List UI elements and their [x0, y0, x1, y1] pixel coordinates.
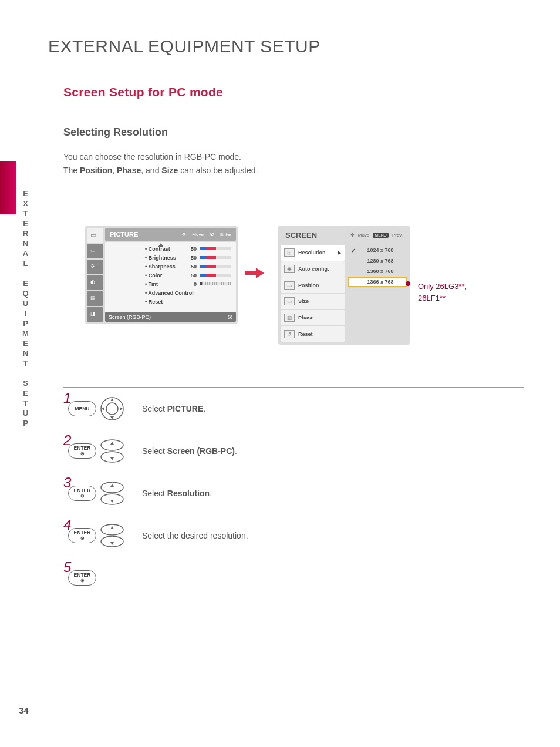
item-label: Auto config. [298, 266, 329, 272]
remote-enter-button: ENTER ⊙ [68, 528, 96, 543]
level-bar [200, 256, 231, 259]
screen-item-size: ▭ Size [281, 294, 345, 309]
svg-point-7 [101, 536, 123, 547]
osd-screen-hints: ✥ Move MENU Prev. [350, 233, 403, 238]
sidebar-icon-tv: ▭ [87, 244, 103, 258]
remote-enter-button: ENTER ⊙ [68, 570, 96, 586]
osd-picture-title: PICTURE [110, 231, 138, 238]
row-label: • Contrast [145, 246, 184, 252]
annotation-line: Only 26LG3**, [418, 281, 467, 292]
text: , [112, 166, 117, 175]
step-text: Select Screen (RGB-PC). [142, 446, 237, 456]
hint-enter-label: Enter [220, 232, 231, 237]
sidebar-icon-time: ◐ [87, 275, 103, 290]
check-icon: ✓ [351, 247, 356, 254]
arrow-right-icon [245, 266, 264, 280]
picture-row-contrast: • Contrast 50 [110, 244, 231, 253]
item-label: Resolution [298, 250, 326, 255]
row-value: 50 [187, 255, 197, 261]
step-4: 4 ENTER ⊙ Select the desired resolution. [63, 523, 510, 549]
text: . [210, 489, 212, 498]
svg-point-4 [101, 482, 123, 493]
remote-enter-button: ENTER ⊙ [68, 486, 96, 501]
enter-dot-icon: ⊙ [80, 452, 85, 456]
text: . [203, 404, 205, 413]
resolution-option: ✓ 1024 x 768 [348, 245, 407, 255]
picture-row-reset: • Reset [110, 297, 231, 306]
footer-label: Screen (RGB-PC) [109, 314, 151, 320]
row-label: • Brightness [145, 255, 184, 261]
level-bar [200, 247, 231, 250]
osd-picture-body: • Contrast 50 • Brightness 50 • Sharpnes… [105, 242, 236, 322]
svg-point-5 [101, 494, 123, 504]
row-label: • Advanced Control [145, 290, 194, 296]
reset-icon: ↺ [284, 330, 295, 338]
resolution-option-selected: 1366 x 768 [348, 277, 407, 287]
text: Select [142, 446, 167, 456]
divider [63, 387, 524, 388]
enter-ring-icon [228, 315, 232, 319]
nav-updown-icon [100, 523, 124, 548]
step-1: 1 MENU Select PICTURE. [63, 396, 510, 422]
button-label: ENTER [74, 488, 91, 493]
osd-picture-footer: Screen (RGB-PC) [105, 312, 236, 322]
osd-screen-panel: SCREEN ✥ Move MENU Prev. ⊞ Resolution ▶ … [278, 226, 410, 345]
step-number: 1 [63, 390, 71, 406]
body-line-1: You can choose the resolution in RGB-PC … [63, 152, 241, 163]
osd-screen-list: ⊞ Resolution ▶ ◉ Auto config. ▭ Position… [281, 245, 345, 342]
osd-screen-title: SCREEN [285, 231, 317, 240]
svg-point-6 [101, 524, 123, 535]
position-icon: ▭ [284, 281, 295, 290]
text: Select the desired resolution. [142, 531, 248, 540]
screen-item-resolution: ⊞ Resolution ▶ [281, 245, 345, 261]
step-2: 2 ENTER ⊙ Select Screen (RGB-PC). [63, 438, 510, 464]
res-label: 1280 x 768 [367, 258, 393, 264]
step-number: 3 [63, 475, 71, 491]
picture-row-brightness: • Brightness 50 [110, 253, 231, 262]
hint-move-label: Move [358, 233, 370, 238]
item-label: Size [298, 298, 309, 304]
step-number: 4 [63, 517, 71, 533]
side-color-tab [0, 161, 16, 214]
level-bar [200, 265, 231, 268]
button-label: ENTER [74, 573, 91, 578]
picture-row-tint: • Tint 0 [110, 280, 231, 288]
level-bar [200, 274, 231, 277]
step-5: 5 ENTER ⊙ [63, 565, 510, 591]
item-label: Reset [298, 331, 313, 337]
step-text: Select PICTURE. [142, 404, 205, 413]
button-label: MENU [75, 406, 89, 412]
move-icon: ✥ [182, 232, 186, 237]
enter-icon: ⦿ [210, 232, 214, 237]
up-arrow-icon [158, 243, 164, 247]
row-label: • Sharpness [145, 264, 184, 270]
row-value: 50 [187, 264, 197, 270]
page-number: 34 [19, 705, 29, 715]
screen-item-reset: ↺ Reset [281, 326, 345, 342]
sidebar-icon-picture: ▭ [87, 228, 103, 243]
annotation-line: 26LF1** [418, 292, 467, 304]
row-label: • Reset [145, 299, 163, 305]
osd-picture-panel: ▭ ▭ ✲ ◐ ▤ ◨ PICTURE ✥ Move ⦿ Enter • Con… [85, 226, 238, 324]
text: Select [142, 489, 167, 498]
remote-enter-button: ENTER ⊙ [68, 443, 96, 459]
svg-point-2 [101, 440, 123, 450]
item-label: Phase [298, 315, 314, 321]
side-label: EXTERNAL EQUIPMENT SETUP [21, 189, 30, 429]
text-bold: Position [80, 166, 112, 175]
osd-picture-hints: ✥ Move ⦿ Enter [182, 232, 231, 237]
screen-item-phase: ▥ Phase [281, 310, 345, 326]
subsection-title: Selecting Resolution [63, 126, 168, 139]
row-label: • Tint [145, 281, 184, 287]
hint-prev-label: Prev. [392, 233, 403, 238]
section-title: Screen Setup for PC mode [63, 85, 223, 99]
submenu-arrow-icon: ▶ [338, 250, 342, 255]
hint-move-label: Move [192, 232, 204, 237]
screen-item-position: ▭ Position [281, 277, 345, 293]
resolution-options: ✓ 1024 x 768 1280 x 768 1360 x 768 1366 … [348, 245, 407, 287]
text-bold: Resolution [167, 489, 210, 498]
autoconfig-icon: ◉ [284, 265, 295, 273]
nav-updown-icon [100, 439, 124, 463]
svg-point-3 [101, 452, 123, 462]
resolution-option: 1280 x 768 [348, 255, 407, 266]
